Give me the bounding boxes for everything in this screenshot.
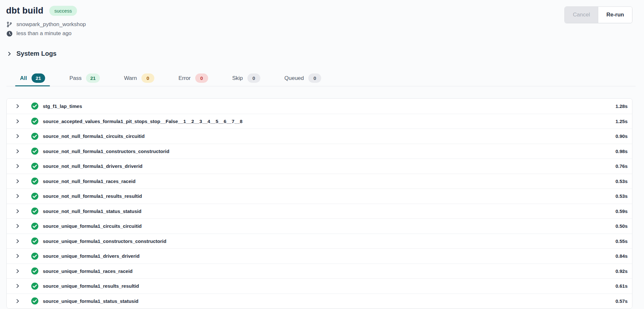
- check-circle-icon: [31, 207, 39, 215]
- table-row: source_unique_formula1_drivers_driverid …: [7, 248, 632, 264]
- node-duration: 0.92s: [615, 268, 628, 274]
- node-name: source_not_null_formula1_drivers_driveri…: [43, 163, 142, 169]
- node-name: source_unique_formula1_circuits_circuiti…: [43, 223, 142, 229]
- check-circle-icon: [31, 282, 39, 290]
- expand-chevron-icon[interactable]: [14, 222, 21, 230]
- expand-chevron-icon[interactable]: [14, 282, 21, 290]
- node-duration: 0.98s: [615, 149, 628, 154]
- expand-chevron-icon[interactable]: [14, 132, 21, 140]
- table-row: source_not_null_formula1_status_statusid…: [7, 204, 632, 219]
- status-badge: success: [49, 6, 77, 16]
- result-tabs: All 21 Pass 21 Warn 0 Error 0 Skip 0 Que…: [6, 70, 636, 86]
- tab-label: Pass: [69, 75, 82, 82]
- table-row: source_unique_formula1_status_statusid 0…: [7, 294, 632, 309]
- node-duration: 0.53s: [615, 193, 628, 199]
- run-detail-page: dbt build success snowpark_python_worksh…: [0, 0, 644, 309]
- node-name: stg_f1_lap_times: [43, 103, 82, 109]
- check-circle-icon: [31, 297, 39, 305]
- results-list: stg_f1_lap_times 1.28s source_accepted_v…: [6, 98, 632, 309]
- tab-queued[interactable]: Queued 0: [280, 70, 326, 86]
- system-logs-label: System Logs: [16, 50, 56, 57]
- expand-chevron-icon[interactable]: [14, 297, 21, 305]
- expand-chevron-icon[interactable]: [14, 162, 21, 170]
- node-duration: 0.53s: [615, 179, 628, 184]
- chevron-right-icon: [7, 52, 12, 56]
- tab-count-badge: 0: [195, 73, 208, 83]
- node-duration: 0.59s: [615, 208, 628, 214]
- node-name: source_not_null_formula1_status_statusid: [43, 208, 141, 214]
- tab-count-badge: 21: [86, 73, 100, 83]
- node-duration: 0.90s: [615, 133, 628, 139]
- tab-count-badge: 21: [32, 73, 45, 83]
- table-row: source_not_null_formula1_races_raceid 0.…: [7, 174, 632, 189]
- expand-chevron-icon[interactable]: [14, 177, 21, 185]
- run-actions: Cancel Re-run: [564, 6, 632, 23]
- node-name: source_not_null_formula1_races_raceid: [43, 179, 136, 184]
- check-circle-icon: [31, 117, 39, 125]
- tab-label: Warn: [124, 75, 137, 82]
- expand-chevron-icon[interactable]: [14, 117, 21, 125]
- node-duration: 0.84s: [615, 253, 628, 259]
- check-circle-icon: [31, 177, 39, 185]
- table-row: source_unique_formula1_races_raceid 0.92…: [7, 264, 632, 279]
- table-row: source_not_null_formula1_drivers_driveri…: [7, 159, 632, 174]
- node-name: source_unique_formula1_constructors_cons…: [43, 238, 166, 244]
- tab-count-badge: 0: [141, 73, 154, 83]
- branch-line: snowpark_python_workshop: [6, 20, 632, 29]
- tab-pass[interactable]: Pass 21: [64, 70, 104, 86]
- check-circle-icon: [31, 267, 39, 275]
- run-header: dbt build success snowpark_python_worksh…: [0, 0, 644, 38]
- tab-all[interactable]: All 21: [15, 70, 50, 86]
- table-row: source_unique_formula1_circuits_circuiti…: [7, 218, 632, 234]
- check-circle-icon: [31, 222, 39, 230]
- node-duration: 0.76s: [615, 163, 628, 169]
- check-circle-icon: [31, 192, 39, 200]
- node-duration: 1.25s: [615, 119, 628, 124]
- tab-label: Error: [178, 75, 191, 82]
- node-duration: 1.28s: [615, 103, 628, 109]
- check-circle-icon: [31, 102, 39, 110]
- rerun-button[interactable]: Re-run: [598, 7, 632, 23]
- node-name: source_accepted_values_formula1_pit_stop…: [43, 119, 243, 124]
- tab-error[interactable]: Error 0: [174, 70, 213, 86]
- expand-chevron-icon[interactable]: [14, 207, 21, 215]
- table-row: source_unique_formula1_constructors_cons…: [7, 234, 632, 249]
- page-title: dbt build: [6, 6, 43, 16]
- system-logs-toggle[interactable]: System Logs: [7, 50, 644, 57]
- table-row: source_not_null_formula1_results_resulti…: [7, 188, 632, 204]
- node-name: source_unique_formula1_races_raceid: [43, 268, 132, 274]
- tab-warn[interactable]: Warn 0: [119, 70, 159, 86]
- expand-chevron-icon[interactable]: [14, 267, 21, 275]
- table-row: source_not_null_formula1_constructors_co…: [7, 144, 632, 159]
- expand-chevron-icon[interactable]: [14, 237, 21, 245]
- node-name: source_not_null_formula1_circuits_circui…: [43, 133, 145, 139]
- clock-icon: [6, 30, 13, 37]
- git-branch-icon: [6, 21, 13, 28]
- table-row: source_not_null_formula1_circuits_circui…: [7, 129, 632, 144]
- tab-skip[interactable]: Skip 0: [227, 70, 265, 86]
- node-name: source_unique_formula1_drivers_driverid: [43, 253, 139, 259]
- node-duration: 0.57s: [615, 298, 628, 304]
- time-ago: less than a minute ago: [16, 30, 72, 37]
- time-line: less than a minute ago: [6, 29, 632, 38]
- expand-chevron-icon[interactable]: [14, 192, 21, 200]
- tab-label: Skip: [232, 75, 243, 82]
- tab-count-badge: 0: [247, 73, 260, 83]
- node-duration: 0.55s: [615, 238, 628, 244]
- tab-label: Queued: [284, 75, 304, 82]
- check-circle-icon: [31, 237, 39, 245]
- check-circle-icon: [31, 147, 39, 155]
- expand-chevron-icon[interactable]: [14, 252, 21, 260]
- check-circle-icon: [31, 162, 39, 170]
- branch-name: snowpark_python_workshop: [16, 21, 86, 28]
- cancel-button[interactable]: Cancel: [565, 7, 598, 23]
- table-row: source_accepted_values_formula1_pit_stop…: [7, 114, 632, 129]
- check-circle-icon: [31, 132, 39, 140]
- node-duration: 0.50s: [615, 223, 628, 229]
- node-name: source_unique_formula1_status_statusid: [43, 298, 139, 304]
- table-row: stg_f1_lap_times 1.28s: [7, 99, 632, 114]
- node-name: source_unique_formula1_results_resultid: [43, 283, 139, 289]
- expand-chevron-icon[interactable]: [14, 147, 21, 155]
- expand-chevron-icon[interactable]: [14, 102, 21, 110]
- node-name: source_not_null_formula1_results_resulti…: [43, 193, 142, 199]
